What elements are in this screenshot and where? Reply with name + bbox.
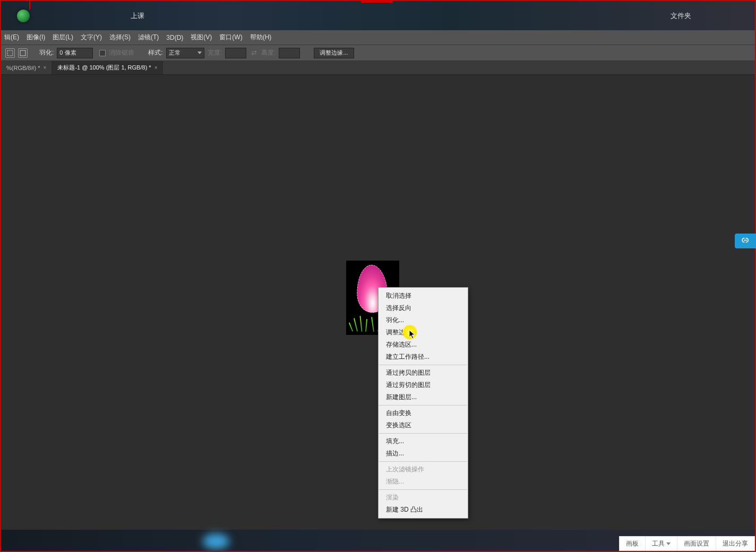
chevron-down-icon <box>666 542 671 545</box>
photoshop-window: 辑(E)图像(I)图层(L)文字(Y)选择(S)滤镜(T)3D(D)视图(V)窗… <box>1 30 755 551</box>
menubar: 辑(E)图像(I)图层(L)文字(Y)选择(S)滤镜(T)3D(D)视图(V)窗… <box>1 30 755 45</box>
context-menu-item[interactable]: 存储选区... <box>379 339 468 351</box>
context-menu-item[interactable]: 羽化... <box>379 314 468 326</box>
context-menu-item: 渲染 <box>379 491 468 504</box>
context-menu-item[interactable]: 变换选区 <box>379 419 468 432</box>
context-menu-item[interactable]: 通过剪切的图层 <box>379 379 468 391</box>
context-menu-item[interactable]: 新建 3D 凸出 <box>379 504 468 516</box>
menu-辑e[interactable]: 辑(E) <box>4 33 19 42</box>
document-tabbar: %(RGB/8#) *×未标题-1 @ 100% (图层 1, RGB/8) *… <box>1 61 755 75</box>
refine-edge-button[interactable]: 调整边缘... <box>314 48 354 58</box>
menu-图层l[interactable]: 图层(L) <box>53 33 73 42</box>
style-label: 样式: <box>148 48 162 57</box>
menu-选择s[interactable]: 选择(S) <box>109 33 131 42</box>
menu-separator <box>379 489 467 490</box>
globe-icon <box>17 10 30 22</box>
lesson-top-bar: 上课 文件夹 <box>1 1 755 30</box>
share-toolbar-item[interactable]: 退出分享 <box>716 537 754 550</box>
width-label: 宽度: <box>208 48 222 57</box>
context-menu-item[interactable]: 通过拷贝的图层 <box>379 367 468 379</box>
height-label: 高度: <box>261 48 276 57</box>
context-menu-item[interactable]: 填充... <box>379 435 468 447</box>
antialias-label: 消除锯齿 <box>109 48 134 57</box>
height-input <box>279 48 300 58</box>
context-menu-item[interactable]: 描边... <box>379 447 468 460</box>
menu-窗口w[interactable]: 窗口(W) <box>219 33 242 42</box>
share-toolbar-item[interactable]: 画板 <box>620 537 645 550</box>
menu-separator <box>379 405 467 406</box>
share-badge[interactable] <box>735 234 756 248</box>
menu-文字y[interactable]: 文字(Y) <box>81 33 102 42</box>
options-bar: 羽化: 0 像素 消除锯齿 样式: 正常 宽度: ⇄ 高度: 调整边缘... <box>1 45 755 61</box>
swap-icon: ⇄ <box>250 49 258 57</box>
menu-separator <box>379 433 467 434</box>
tab-label: %(RGB/8#) * <box>6 65 40 71</box>
recording-marker <box>29 0 30 10</box>
folder-button[interactable]: 文件夹 <box>671 11 691 21</box>
share-toolbar-item[interactable]: 画面设置 <box>677 537 716 550</box>
context-menu-item[interactable]: 建立工作路径... <box>379 351 468 363</box>
lesson-button[interactable]: 上课 <box>131 11 144 21</box>
context-menu-item[interactable]: 自由变换 <box>379 407 468 419</box>
context-menu-item: 上次滤镜操作 <box>379 463 468 476</box>
context-menu-item[interactable]: 新建图层... <box>379 391 468 403</box>
feather-label: 羽化: <box>39 48 54 57</box>
toolbar-label: 工具 <box>652 539 665 548</box>
toolbar-label: 退出分享 <box>723 539 748 548</box>
chevron-down-icon <box>197 51 202 54</box>
selection-mode-icon[interactable] <box>18 48 28 58</box>
menu-separator <box>379 365 467 365</box>
width-input <box>225 48 246 58</box>
close-icon[interactable]: × <box>44 65 47 71</box>
link-icon <box>741 236 750 246</box>
document-tab[interactable]: 未标题-1 @ 100% (图层 1, RGB/8) *× <box>52 61 163 74</box>
context-menu-item[interactable]: 取消选择 <box>379 290 468 302</box>
canvas-area[interactable]: 取消选择选择反向羽化...调整边缘...存储选区...建立工作路径...通过拷贝… <box>1 75 755 539</box>
menu-图像i[interactable]: 图像(I) <box>27 33 45 42</box>
share-toolbar-item[interactable]: 工具 <box>645 537 677 550</box>
menu-视图v[interactable]: 视图(V) <box>191 33 212 42</box>
share-toolbar: 画板工具画面设置退出分享 <box>619 536 755 551</box>
context-menu-item: 渐隐... <box>379 476 468 488</box>
marquee-tool-icon[interactable] <box>5 48 15 58</box>
toolbar-label: 画面设置 <box>684 539 709 548</box>
context-menu: 取消选择选择反向羽化...调整边缘...存储选区...建立工作路径...通过拷贝… <box>378 287 468 519</box>
antialias-checkbox[interactable] <box>99 50 106 56</box>
close-icon[interactable]: × <box>154 65 158 71</box>
toolbar-label: 画板 <box>626 539 639 548</box>
context-menu-item[interactable]: 选择反向 <box>379 302 468 314</box>
menu-帮助h[interactable]: 帮助(H) <box>250 33 272 42</box>
tab-label: 未标题-1 @ 100% (图层 1, RGB/8) * <box>57 64 151 72</box>
style-dropdown[interactable]: 正常 <box>166 48 204 58</box>
recording-tab-marker <box>361 0 393 3</box>
svg-rect-1 <box>20 50 25 56</box>
menu-滤镜t[interactable]: 滤镜(T) <box>138 33 159 42</box>
context-menu-item[interactable]: 调整边缘... <box>379 326 468 339</box>
feather-input[interactable]: 0 像素 <box>57 48 93 58</box>
menu-separator <box>379 461 467 462</box>
menu-3dd[interactable]: 3D(D) <box>166 34 183 41</box>
svg-rect-0 <box>7 50 13 56</box>
document-tab[interactable]: %(RGB/8#) *× <box>1 61 52 74</box>
